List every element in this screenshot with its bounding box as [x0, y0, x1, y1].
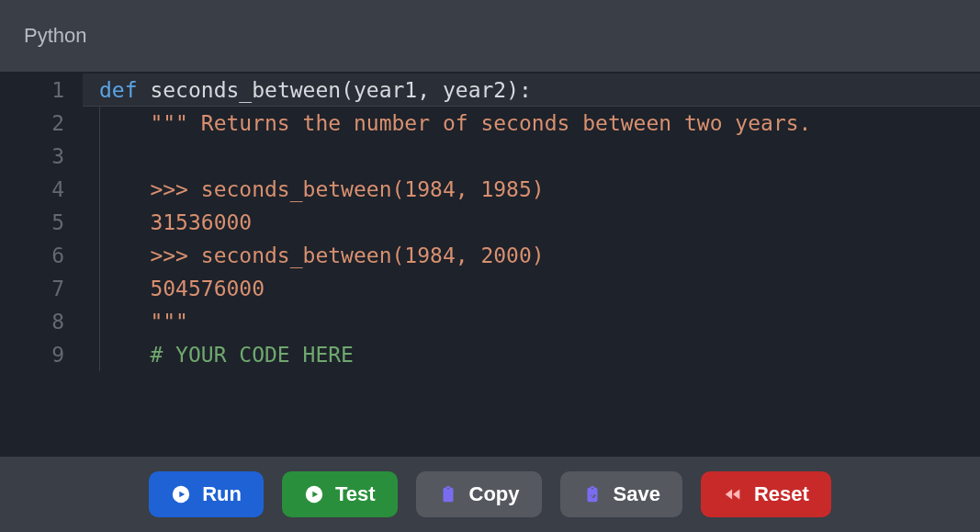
code-line[interactable]: """ Returns the number of seconds betwee…: [99, 107, 980, 140]
action-toolbar: Run Test Copy Save Reset: [0, 457, 980, 532]
copy-button[interactable]: Copy: [416, 471, 542, 517]
line-number-gutter: 123456789: [0, 74, 83, 371]
test-button[interactable]: Test: [282, 471, 398, 517]
line-number: 8: [0, 305, 64, 338]
copy-label: Copy: [469, 482, 520, 506]
line-number: 2: [0, 107, 64, 140]
code-line[interactable]: def seconds_between(year1, year2):: [99, 74, 980, 107]
test-label: Test: [335, 482, 376, 506]
line-number: 9: [0, 338, 64, 371]
code-line[interactable]: 504576000: [99, 272, 980, 305]
run-label: Run: [202, 482, 242, 506]
line-number: 5: [0, 206, 64, 239]
line-number: 6: [0, 239, 64, 272]
reset-button[interactable]: Reset: [701, 471, 831, 517]
code-editor[interactable]: 123456789 def seconds_between(year1, yea…: [0, 72, 980, 457]
app-root: Python 123456789 def seconds_between(yea…: [0, 0, 980, 532]
code-line[interactable]: # YOUR CODE HERE: [99, 338, 980, 371]
play-circle-icon: [304, 484, 324, 504]
code-content[interactable]: def seconds_between(year1, year2): """ R…: [83, 74, 980, 371]
code-line[interactable]: [99, 140, 980, 173]
download-icon: [582, 484, 603, 504]
line-number: 4: [0, 173, 64, 206]
line-number: 3: [0, 140, 64, 173]
play-icon: [171, 484, 191, 504]
line-number: 7: [0, 272, 64, 305]
clipboard-icon: [438, 484, 458, 504]
language-label: Python: [24, 24, 87, 48]
code-line[interactable]: 31536000: [99, 206, 980, 239]
code-line[interactable]: """: [99, 305, 980, 338]
editor-header: Python: [0, 0, 980, 72]
line-number: 1: [0, 74, 64, 107]
rewind-icon: [723, 484, 743, 504]
run-button[interactable]: Run: [149, 471, 264, 517]
code-line[interactable]: >>> seconds_between(1984, 2000): [99, 239, 980, 272]
save-label: Save: [614, 482, 660, 506]
save-button[interactable]: Save: [560, 471, 682, 517]
code-line[interactable]: >>> seconds_between(1984, 1985): [99, 173, 980, 206]
reset-label: Reset: [754, 482, 809, 506]
